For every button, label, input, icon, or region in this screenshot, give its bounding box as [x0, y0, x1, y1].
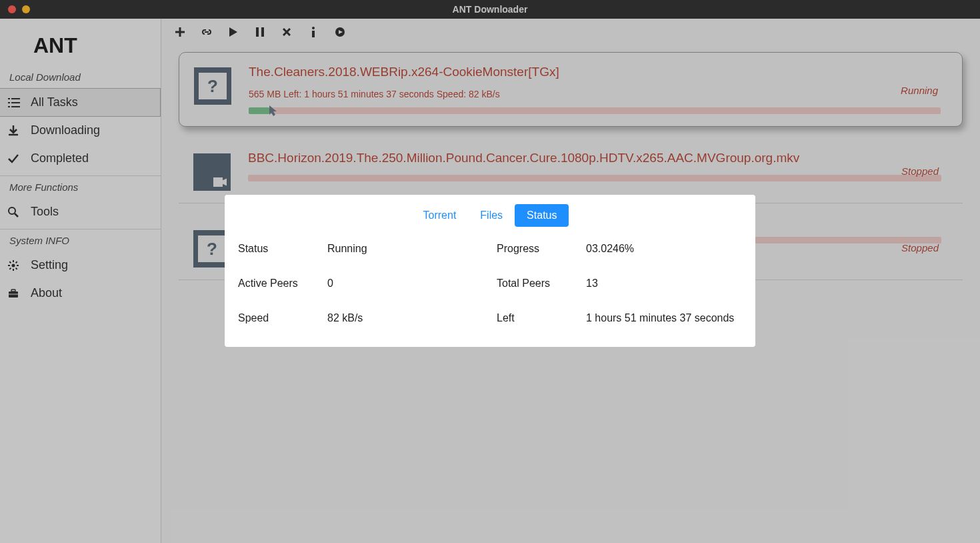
total-peers-label: Total Peers: [497, 278, 583, 290]
tab-torrent[interactable]: Torrent: [411, 204, 469, 227]
progress-label: Progress: [497, 243, 583, 255]
left-value: 1 hours 51 minutes 37 seconds: [586, 312, 742, 324]
left-label: Left: [497, 312, 583, 324]
tab-status[interactable]: Status: [515, 204, 569, 227]
speed-label: Speed: [238, 312, 325, 324]
progress-value: 03.0246%: [586, 243, 742, 255]
tab-files[interactable]: Files: [468, 204, 515, 227]
total-peers-value: 13: [586, 278, 742, 290]
status-grid: Status Running Progress 03.0246% Active …: [235, 243, 745, 324]
speed-value: 82 kB/s: [327, 312, 494, 324]
status-value: Running: [327, 243, 494, 255]
modal-tabs: Torrent Files Status: [235, 204, 745, 227]
active-peers-value: 0: [327, 278, 494, 290]
active-peers-label: Active Peers: [238, 278, 325, 290]
status-modal: Torrent Files Status Status Running Prog…: [225, 195, 755, 347]
status-label: Status: [238, 243, 325, 255]
